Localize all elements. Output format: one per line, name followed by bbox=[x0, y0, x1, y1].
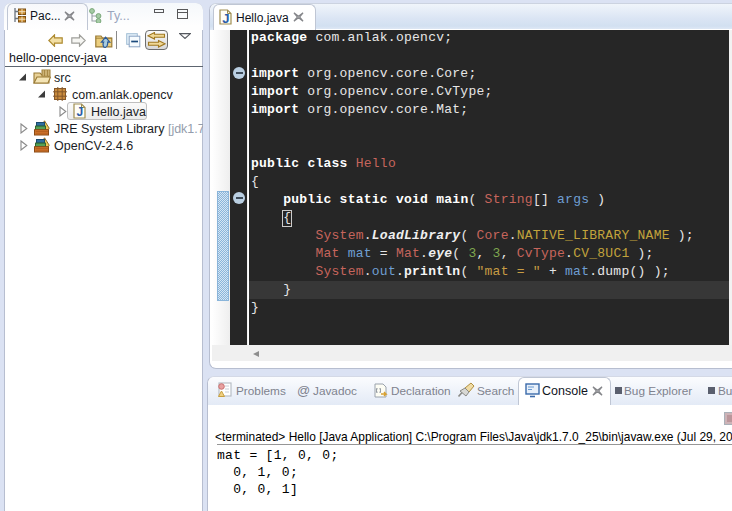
svg-text:J: J bbox=[222, 11, 229, 26]
svg-text:J: J bbox=[76, 105, 83, 119]
